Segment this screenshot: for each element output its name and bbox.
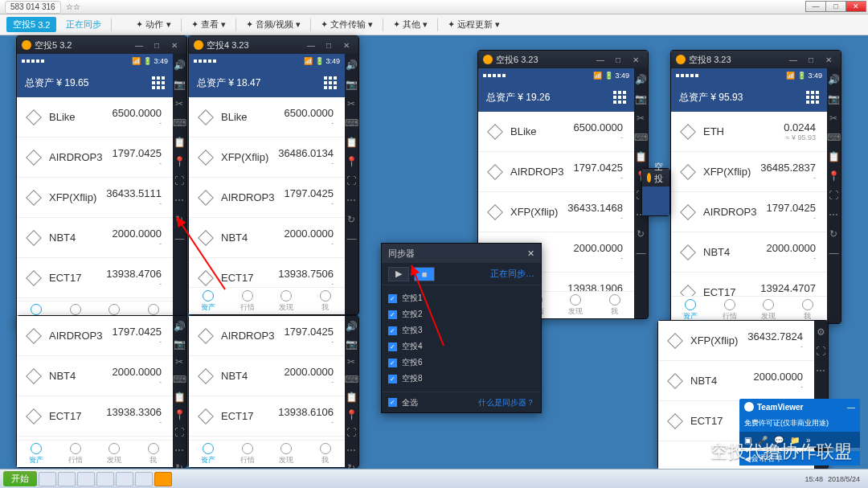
more-icon[interactable]: » — [806, 436, 811, 445]
taskbar-item[interactable] — [77, 472, 95, 486]
sidebar-tool-icon[interactable]: ⋯ — [173, 445, 186, 456]
nav-tab-行情[interactable]: 行情 — [227, 441, 266, 467]
grid-menu-icon[interactable] — [806, 91, 819, 104]
sidebar-tool-icon[interactable]: 🔊 — [827, 73, 840, 86]
asset-list[interactable]: BLike6500.0000-XFP(Xflip)36486.0134-AIRD… — [189, 97, 345, 287]
sidebar-tool-icon[interactable]: 📷 — [173, 338, 186, 350]
sidebar-tool-icon[interactable]: 📍 — [345, 155, 358, 168]
close-button[interactable]: ✕ — [167, 39, 182, 51]
sidebar-tool-icon[interactable]: 🔊 — [173, 59, 186, 72]
sidebar-tool-icon[interactable]: 📷 — [827, 92, 840, 105]
sidebar-tool-icon[interactable]: ⛶ — [173, 427, 186, 438]
sidebar-tool-icon[interactable]: — — [634, 247, 647, 260]
nav-tab-我[interactable]: 我 — [305, 441, 344, 467]
maximize-button[interactable]: □ — [149, 39, 164, 51]
asset-row[interactable]: BLike6500.0000- — [478, 112, 634, 152]
stop-button[interactable]: ■ — [414, 267, 435, 281]
sidebar-tool-icon[interactable]: 📋 — [345, 392, 358, 403]
nav-tab-发现[interactable]: 发现 — [267, 288, 305, 314]
sidebar-tool-icon[interactable]: ↻ — [634, 228, 647, 240]
asset-row[interactable]: AIRDROP31797.0425- — [671, 192, 827, 232]
sidebar-tool-icon[interactable]: 📋 — [173, 136, 186, 149]
asset-row[interactable]: NBT42000.0000- — [17, 218, 173, 258]
sync-item[interactable]: ✓空投8 — [388, 371, 534, 387]
browser-tab[interactable]: 583 014 316 — [5, 1, 61, 14]
asset-row[interactable]: ECT1713938.4706- — [17, 258, 173, 298]
sidebar-tool-icon[interactable]: ⛶ — [827, 189, 840, 202]
sidebar-tool-icon[interactable]: 🔊 — [345, 59, 358, 72]
nav-tab-行情[interactable]: 行情 — [227, 288, 266, 314]
asset-row[interactable]: AIRDROP31797.0425- — [478, 152, 634, 192]
sidebar-tool-icon[interactable]: ⛶ — [345, 174, 358, 187]
taskbar-item[interactable] — [135, 472, 153, 486]
asset-row[interactable]: ECT1713938.7506- — [189, 258, 345, 287]
sync-item[interactable]: ✓空投1 — [388, 290, 534, 306]
asset-list[interactable]: AIRDROP31797.0425-NBT42000.0000-ECT17139… — [189, 316, 345, 440]
sidebar-tool-icon[interactable]: ↻ — [345, 213, 358, 226]
sidebar-tool-icon[interactable]: ⌨ — [827, 131, 840, 144]
sidebar-tool-icon[interactable]: 🔊 — [173, 321, 186, 332]
video-icon[interactable]: ▣ — [744, 436, 751, 445]
sidebar-tool-icon[interactable]: ✂ — [345, 97, 358, 110]
toolbar-音频/视频[interactable]: ✦ 音频/视频 ▾ — [240, 17, 307, 32]
sidebar-tool-icon[interactable]: — — [827, 247, 840, 260]
close-button[interactable]: ✕ — [821, 54, 836, 65]
toolbar-其他[interactable]: ✦ 其他 ▾ — [387, 17, 434, 32]
asset-row[interactable]: XFP(Xflip)36486.0134- — [189, 137, 345, 178]
sync-tab[interactable]: 空投5 3.2 — [6, 17, 56, 32]
sync-item[interactable]: ✓空投4 — [388, 338, 534, 355]
sidebar-tool-icon[interactable]: 📷 — [173, 78, 186, 91]
nav-tab-资产[interactable]: 资产 — [189, 441, 227, 467]
taskbar-item[interactable] — [116, 472, 133, 486]
asset-row[interactable]: ECT1713924.4707- — [671, 273, 827, 296]
start-button[interactable]: 开始 — [3, 471, 37, 486]
sidebar-tool-icon[interactable]: ⋯ — [345, 194, 358, 207]
asset-row[interactable]: AIRDROP31797.0425- — [189, 178, 345, 218]
checkbox-icon[interactable]: ✓ — [388, 375, 397, 383]
emulator-titlebar[interactable]: 空投8 3.23—□✕ — [671, 51, 841, 68]
play-button[interactable]: ▶ — [388, 267, 409, 281]
emulator-titlebar[interactable]: 空投4 3.23—□✕ — [189, 36, 358, 54]
teamviewer-session-bar[interactable]: ◀ 会话名单 — [739, 451, 860, 465]
sidebar-tool-icon[interactable]: ⌨ — [173, 117, 186, 129]
checkbox-icon[interactable]: ✓ — [388, 342, 397, 351]
sidebar-tool-icon[interactable]: ⋯ — [345, 445, 358, 456]
sidebar-tool-icon[interactable]: 📍 — [827, 170, 840, 182]
asset-row[interactable]: ECT1713938.3306- — [17, 396, 173, 437]
system-tray[interactable]: 15:48 2018/5/24 — [805, 475, 865, 483]
checkbox-all[interactable]: ✓ — [388, 398, 397, 407]
asset-row[interactable]: ETH0.0244≈ ¥ 95.93 — [671, 112, 827, 152]
expand-icon[interactable]: ⛶ — [814, 345, 827, 358]
close-button[interactable]: ✕ — [339, 39, 354, 51]
gear-icon[interactable]: ⚙ — [814, 326, 827, 338]
taskbar-item[interactable] — [39, 472, 56, 486]
sidebar-tool-icon[interactable]: 📍 — [173, 155, 186, 168]
toolbar-文件传输[interactable]: ✦ 文件传输 ▾ — [314, 17, 379, 32]
asset-row[interactable]: XFP(Xflip)36433.5111- — [17, 178, 173, 218]
nav-tab-资产[interactable]: 资产 — [189, 288, 227, 314]
file-icon[interactable]: 📁 — [790, 436, 800, 445]
taskbar-item[interactable] — [154, 472, 172, 486]
asset-row[interactable]: BLike6500.0000- — [17, 97, 173, 137]
maximize-button[interactable]: □ — [804, 54, 818, 65]
sidebar-tool-icon[interactable]: ✂ — [827, 112, 840, 125]
checkbox-icon[interactable]: ✓ — [388, 326, 397, 335]
sidebar-tool-icon[interactable]: 🔊 — [634, 73, 647, 86]
sidebar-tool-icon[interactable]: ✂ — [634, 112, 647, 125]
sync-help-link[interactable]: 什么是同步器？ — [478, 397, 534, 408]
taskbar-item[interactable] — [58, 472, 76, 486]
maximize-button[interactable]: □ — [321, 39, 336, 51]
sidebar-tool-icon[interactable]: ⌨ — [345, 374, 358, 385]
asset-row[interactable]: AIRDROP31797.0425- — [189, 316, 345, 356]
sync-item[interactable]: ✓空投6 — [388, 355, 534, 371]
sidebar-tool-icon[interactable]: ⌨ — [173, 374, 186, 385]
sidebar-tool-icon[interactable]: 📋 — [827, 150, 840, 163]
minimize-button[interactable]: — — [132, 39, 146, 51]
asset-row[interactable]: BLike6500.0000- — [189, 97, 345, 137]
maximize-button[interactable]: □ — [611, 54, 625, 65]
sidebar-tool-icon[interactable]: 📋 — [173, 392, 186, 403]
sidebar-tool-icon[interactable]: ⌨ — [634, 131, 647, 144]
asset-row[interactable]: XFP(Xflip)36432.7824- — [658, 321, 814, 361]
close-button[interactable]: ✕ — [845, 1, 866, 12]
sidebar-tool-icon[interactable]: ✂ — [345, 356, 358, 367]
